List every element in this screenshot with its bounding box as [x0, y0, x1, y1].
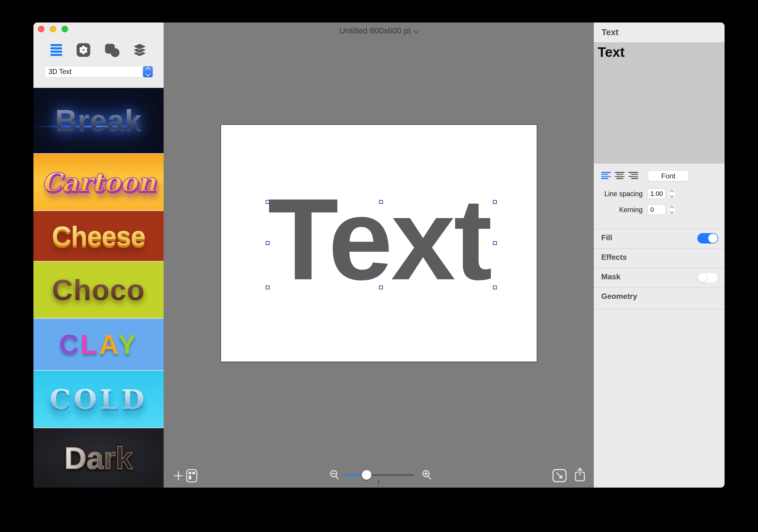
enter-fullscreen-button[interactable] — [552, 469, 567, 484]
zoom-slider-track[interactable] — [345, 474, 414, 476]
add-object-button[interactable] — [172, 470, 184, 483]
shape-circle-icon — [111, 48, 120, 57]
divider — [594, 248, 725, 249]
selection-handle-top-center[interactable] — [379, 200, 383, 204]
share-button[interactable] — [574, 466, 586, 484]
stepper-down-icon — [670, 194, 674, 198]
preset-cold[interactable]: COLD — [33, 371, 164, 428]
text-alignment-group — [601, 172, 638, 179]
mask-toggle[interactable] — [697, 272, 718, 283]
selection-handle-middle-right[interactable] — [493, 241, 497, 245]
list-lines-icon — [50, 44, 62, 46]
zoom-out-button[interactable] — [329, 469, 340, 483]
preset-dark-label: Dark — [64, 443, 132, 474]
expand-arrow-icon — [552, 469, 567, 483]
align-right-button[interactable] — [628, 172, 638, 179]
zoom-window-button[interactable] — [61, 26, 68, 32]
style-category-value: 3D Text — [45, 68, 143, 76]
zoom-slider-center-tick — [378, 480, 379, 484]
styles-list-tab[interactable] — [50, 44, 62, 56]
preset-cheese[interactable]: Cheese — [33, 211, 164, 262]
zoom-in-button[interactable] — [422, 469, 432, 483]
style-category-select[interactable]: 3D Text — [44, 66, 153, 78]
align-center-button[interactable] — [615, 172, 625, 179]
preset-cold-label: COLD — [50, 386, 147, 412]
selection-handle-bottom-center[interactable] — [379, 286, 383, 289]
canvas-text-object[interactable]: Text — [218, 181, 491, 297]
plus-icon — [172, 470, 184, 482]
preset-dark[interactable]: Dark — [33, 428, 164, 488]
canvas-area: Untitled 800x600 pt Text — [164, 22, 594, 488]
artboard[interactable]: Text — [221, 125, 537, 362]
preset-break-label: Break — [55, 105, 142, 136]
toggle-knob — [708, 234, 717, 243]
preset-break[interactable]: Break — [33, 88, 164, 154]
font-button[interactable]: Font — [648, 170, 689, 181]
minimize-button[interactable] — [50, 26, 56, 32]
text-content-editor[interactable]: Text — [594, 42, 725, 163]
document-title[interactable]: Untitled 800x600 pt — [164, 26, 594, 36]
selection-handle-top-right[interactable] — [493, 200, 497, 204]
layers-icon — [132, 43, 147, 57]
inspector-title: Text — [594, 22, 725, 42]
preset-clay-label: CLAY — [59, 331, 138, 358]
share-icon — [574, 466, 586, 483]
zoom-slider-knob[interactable] — [362, 470, 371, 479]
line-spacing-input[interactable]: 1.00 — [648, 189, 666, 199]
effects-section-label[interactable]: Effects — [601, 253, 627, 262]
layout-templates-button[interactable] — [186, 469, 197, 484]
flower-icon — [78, 45, 88, 55]
align-left-button[interactable] — [601, 172, 611, 179]
magnifier-minus-icon — [329, 469, 340, 482]
divider — [594, 309, 725, 309]
preset-clay[interactable]: CLAY — [33, 319, 164, 371]
close-button[interactable] — [38, 26, 44, 32]
shapes-tab[interactable] — [105, 44, 121, 57]
kerning-label: Kerning — [598, 206, 642, 214]
divider — [594, 268, 725, 269]
fill-section-label[interactable]: Fill — [601, 233, 612, 242]
preset-cartoon[interactable]: Cartoon — [33, 154, 164, 211]
selection-handle-bottom-left[interactable] — [266, 286, 269, 289]
line-spacing-label: Line spacing — [598, 190, 642, 198]
kerning-stepper[interactable] — [668, 204, 676, 215]
toggle-knob — [698, 273, 707, 282]
selection-handle-top-left[interactable] — [266, 200, 269, 204]
selection-handle-bottom-right[interactable] — [493, 286, 497, 289]
collage-grid-icon — [186, 469, 197, 482]
fill-toggle[interactable] — [697, 233, 718, 243]
geometry-section-label[interactable]: Geometry — [601, 292, 637, 301]
templates-tab[interactable] — [77, 43, 90, 57]
kerning-input[interactable]: 0 — [648, 204, 666, 215]
preset-choco[interactable]: Choco — [33, 262, 164, 319]
divider — [594, 229, 725, 229]
preset-list: Break Cartoon Cheese Choco CLAY COLD — [33, 88, 164, 488]
sidebar: 3D Text Break Cartoon Cheese Choco — [33, 22, 164, 488]
divider — [594, 287, 725, 288]
dropdown-arrows-icon — [143, 66, 153, 77]
preset-cheese-label: Cheese — [52, 223, 145, 250]
inspector-panel: Text Text Font Line spacing 1.00 — [594, 22, 725, 488]
chevron-down-icon — [413, 28, 419, 33]
app-window: 3D Text Break Cartoon Cheese Choco — [33, 22, 725, 488]
mask-section-label[interactable]: Mask — [601, 272, 620, 281]
text-content-value: Text — [594, 42, 725, 60]
preset-cartoon-label: Cartoon — [41, 169, 155, 195]
layers-tab[interactable] — [132, 43, 147, 57]
inspector-header: Text — [594, 22, 725, 42]
traffic-lights — [38, 26, 68, 32]
selection-handle-middle-left[interactable] — [266, 241, 269, 245]
desktop-background: 3D Text Break Cartoon Cheese Choco — [0, 0, 758, 532]
preset-choco-label: Choco — [52, 275, 145, 304]
stepper-down-icon — [670, 209, 674, 214]
line-spacing-stepper[interactable] — [668, 189, 676, 199]
magnifier-plus-icon — [422, 469, 432, 482]
